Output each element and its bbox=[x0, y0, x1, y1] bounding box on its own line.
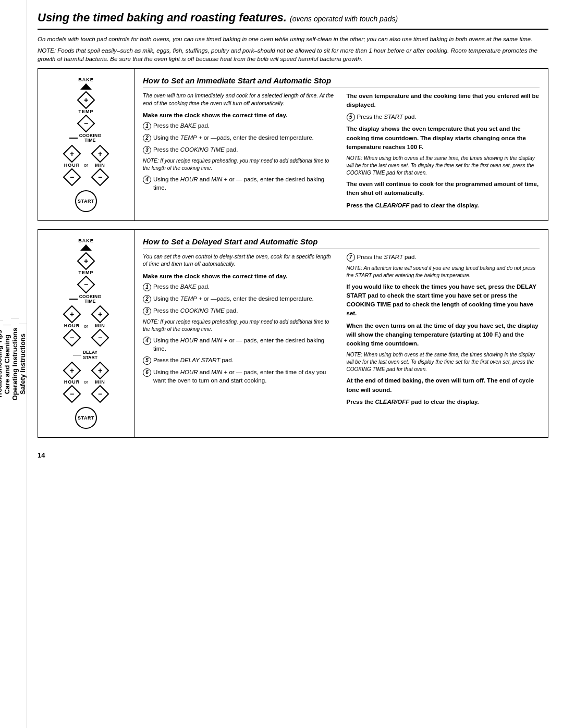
section1-clear: Press the CLEAR/OFF pad to clear the dis… bbox=[347, 201, 540, 209]
sidebar-item-troubleshooting[interactable]: Troubleshooting Tips bbox=[0, 320, 3, 408]
section2-end: At the end of timed baking, the oven wil… bbox=[347, 376, 540, 394]
min-label-3: MIN bbox=[95, 379, 105, 385]
min-label-2: MIN bbox=[95, 323, 105, 328]
section1-right-col: The oven temperature and the cooking tim… bbox=[347, 92, 540, 213]
min-plus-btn[interactable]: + bbox=[91, 145, 109, 163]
section2-step6: 6 Using the HOUR and MIN + or — pads, en… bbox=[143, 368, 336, 385]
section1-step1: 1 Press the BAKE pad. bbox=[143, 121, 336, 130]
hour-min-row-3: + HOUR − or + MIN bbox=[63, 362, 109, 403]
cooking-time-group: COOKINGTIME bbox=[69, 133, 103, 143]
cooking-time-line bbox=[69, 138, 78, 139]
section2-when: When the oven turns on at the time of da… bbox=[347, 322, 540, 349]
section2-left-col: You can set the oven control to delay-st… bbox=[143, 253, 336, 430]
section1-note: NOTE: If your recipe requires preheating… bbox=[143, 157, 336, 172]
bake-label: BAKE bbox=[78, 77, 94, 82]
section2-step2: 2 Using the TEMP + or —pads, enter the d… bbox=[143, 294, 336, 303]
min-plus-btn-2[interactable]: + bbox=[91, 305, 109, 323]
main-content: Using the timed baking and roasting feat… bbox=[27, 0, 563, 728]
start-button-2[interactable]: START bbox=[75, 407, 97, 429]
svg-marker-7 bbox=[80, 244, 92, 251]
hour-minus-btn[interactable]: − bbox=[63, 168, 81, 186]
section1-make-sure: Make sure the clock shows the correct ti… bbox=[143, 111, 336, 119]
intro-paragraph: On models with touch pad controls for bo… bbox=[38, 35, 548, 43]
hour-plus-btn-3[interactable]: + bbox=[63, 362, 81, 379]
section2-note: NOTE: If your recipe requires preheating… bbox=[143, 318, 336, 333]
section1-step3: 3 Press the COOKING TIME pad. bbox=[143, 145, 336, 154]
temp-minus-btn[interactable]: − bbox=[77, 115, 95, 132]
section1-left-col: The oven will turn on immediately and co… bbox=[143, 92, 336, 213]
sidebar-item-safety[interactable]: Safety Instructions bbox=[19, 324, 27, 404]
min-label: MIN bbox=[95, 163, 105, 168]
section2-step1: 1 Press the BAKE pad. bbox=[143, 282, 336, 291]
section1-step2: 2 Using the TEMP + or —pads, enter the d… bbox=[143, 133, 336, 142]
min-group-2: + MIN − bbox=[91, 305, 109, 347]
start-button-1[interactable]: START bbox=[75, 190, 97, 212]
section2-content: How to Set a Delayed Start and Automatic… bbox=[134, 230, 548, 437]
section1-two-col: The oven will turn on immediately and co… bbox=[143, 92, 540, 213]
delay-start-group: DELAYSTART bbox=[73, 350, 99, 360]
min-minus-btn[interactable]: − bbox=[91, 168, 109, 186]
cooking-time-group-2: COOKINGTIME bbox=[69, 294, 103, 304]
section2-step3: 3 Press the COOKING TIME pad. bbox=[143, 306, 336, 315]
temp-plus-btn-2[interactable]: + bbox=[77, 252, 95, 270]
hour-min-row: + HOUR − or + MIN bbox=[63, 145, 109, 186]
section2-right-col: 7 Press the START pad. NOTE: An attentio… bbox=[347, 253, 540, 430]
section1-continue: The oven will continue to cook for the p… bbox=[347, 180, 540, 198]
section1-display-shows: The display shows the oven temperature t… bbox=[347, 125, 540, 152]
section2-step5: 5 Press the DELAY START pad. bbox=[143, 356, 336, 365]
hour-plus-btn-2[interactable]: + bbox=[63, 305, 81, 323]
sidebar-item-operating[interactable]: Operating Instructions bbox=[11, 318, 19, 410]
cooking-time-label-2: COOKINGTIME bbox=[79, 294, 102, 304]
section1-intro: The oven will turn on immediately and co… bbox=[143, 92, 336, 107]
svg-marker-0 bbox=[80, 83, 92, 90]
bake-arrow-up-2 bbox=[79, 244, 93, 251]
section1-right-temp-display: The oven temperature and the cooking tim… bbox=[347, 92, 540, 110]
section2-note2: NOTE: When using both ovens at the same … bbox=[347, 351, 540, 373]
section-delayed-start: BAKE + TEMP − COOKINGTIME bbox=[38, 229, 548, 438]
section2-check: If you would like to check the times you… bbox=[347, 282, 540, 318]
temp-group-2: + TEMP − bbox=[77, 252, 95, 293]
section1-right-note: NOTE: When using both ovens at the same … bbox=[347, 155, 540, 177]
hour-minus-btn-3[interactable]: − bbox=[63, 385, 81, 403]
section2-two-col: You can set the oven control to delay-st… bbox=[143, 253, 540, 430]
hour-min-row-2: + HOUR − or + MIN bbox=[63, 305, 109, 347]
section2-step4: 4 Using the HOUR and MIN + or — pads, en… bbox=[143, 336, 336, 353]
section2-step7: 7 Press the START pad. bbox=[347, 253, 540, 262]
section1-title: How to Set an Immediate Start and Automa… bbox=[143, 76, 540, 88]
temp-label-2: TEMP bbox=[78, 270, 93, 275]
section2-note1: NOTE: An attention tone will sound if yo… bbox=[347, 265, 540, 279]
section1-step4: 4 Using the HOUR and MIN + or — pads, en… bbox=[143, 175, 336, 192]
bake-button-group-2: BAKE bbox=[78, 238, 94, 251]
section2-clear: Press the CLEAR/OFF pad to clear the dis… bbox=[347, 398, 540, 406]
section1-content: How to Set an Immediate Start and Automa… bbox=[134, 69, 548, 220]
hour-group-3: + HOUR − bbox=[63, 362, 81, 403]
bake-button-group: BAKE bbox=[78, 77, 94, 90]
hour-group: + HOUR − bbox=[63, 145, 81, 186]
temp-plus-btn[interactable]: + bbox=[77, 91, 95, 109]
min-plus-btn-3[interactable]: + bbox=[91, 362, 109, 379]
min-minus-btn-3[interactable]: − bbox=[91, 385, 109, 403]
bake-label-2: BAKE bbox=[78, 238, 94, 243]
hour-label-3: HOUR bbox=[64, 379, 80, 385]
temp-minus-btn-2[interactable]: − bbox=[77, 276, 95, 293]
control-diagram-2: BAKE + TEMP − COOKINGTIME bbox=[38, 230, 134, 437]
section1-step5: 5 Press the START pad. bbox=[347, 113, 540, 121]
min-group: + MIN − bbox=[91, 145, 109, 186]
page-title: Using the timed baking and roasting feat… bbox=[38, 10, 548, 30]
section2-intro: You can set the oven control to delay-st… bbox=[143, 253, 336, 268]
hour-group-2: + HOUR − bbox=[63, 305, 81, 347]
hour-minus-btn-2[interactable]: − bbox=[63, 329, 81, 347]
temp-group: + TEMP − bbox=[77, 91, 95, 132]
hour-label-2: HOUR bbox=[64, 323, 80, 328]
section2-make-sure: Make sure the clock shows the correct ti… bbox=[143, 272, 336, 280]
section-immediate-start: BAKE + TEMP − COOKINGTIME bbox=[38, 68, 548, 221]
min-minus-btn-2[interactable]: − bbox=[91, 329, 109, 347]
section2-title: How to Set a Delayed Start and Automatic… bbox=[143, 237, 540, 249]
hour-plus-btn[interactable]: + bbox=[63, 145, 81, 163]
control-diagram-1: BAKE + TEMP − COOKINGTIME bbox=[38, 69, 134, 220]
page-number: 14 bbox=[38, 451, 548, 459]
temp-label: TEMP bbox=[78, 109, 93, 114]
cooking-time-label: COOKINGTIME bbox=[79, 133, 102, 143]
sidebar-item-care[interactable]: Care and Cleaning bbox=[3, 325, 11, 403]
note-paragraph: NOTE: Foods that spoil easily–such as mi… bbox=[38, 46, 548, 63]
